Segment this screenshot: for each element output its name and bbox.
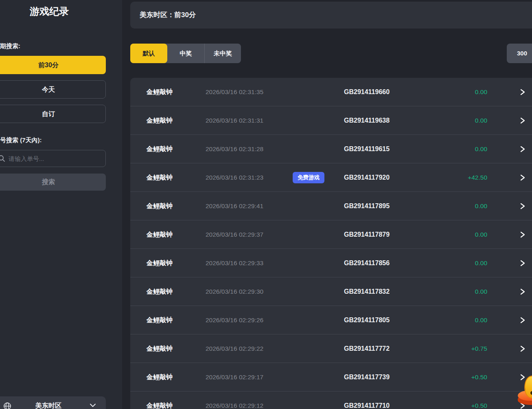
- game-name: 金鲤敲钟: [147, 259, 173, 267]
- record-time: 2026/03/16 02:31:28: [206, 145, 263, 153]
- win-amount: 0.00: [415, 317, 487, 324]
- date-search-label: 期搜索:: [0, 42, 20, 50]
- win-amount: 0.00: [415, 88, 487, 96]
- record-row[interactable]: 金鲤敲钟 2026/03/16 02:29:30 GB2914117832 0.…: [130, 277, 532, 306]
- order-id: GB2914117879: [344, 231, 390, 238]
- record-row[interactable]: 金鲤敲钟 2026/03/16 02:29:12 GB2914117710 +0…: [130, 391, 532, 409]
- game-name: 金鲤敲钟: [147, 287, 173, 296]
- order-search-field: [0, 150, 106, 167]
- game-name: 金鲤敲钟: [147, 145, 173, 153]
- record-time: 2026/03/16 02:29:17: [206, 374, 263, 381]
- record-row[interactable]: 金鲤敲钟 2026/03/16 02:31:23 免费游戏 GB29141179…: [130, 163, 532, 192]
- record-time: 2026/03/16 02:29:12: [206, 402, 263, 409]
- chevron-right-icon[interactable]: [520, 117, 525, 124]
- chevron-right-icon[interactable]: [520, 202, 525, 210]
- order-id: GB2914117832: [344, 288, 390, 295]
- search-button[interactable]: 搜索: [0, 174, 106, 191]
- order-search-label: 号搜索 (7天內):: [0, 136, 42, 144]
- mascot-floating-widget[interactable]: [517, 376, 532, 409]
- tab-no-win[interactable]: 未中奖: [204, 44, 241, 63]
- record-time: 2026/03/16 02:29:22: [206, 345, 263, 352]
- result-filter-tabs: 默认 中奖 未中奖: [130, 44, 241, 63]
- record-time: 2026/03/16 02:29:26: [206, 317, 263, 324]
- record-time: 2026/03/16 02:29:37: [206, 231, 263, 238]
- game-name: 金鲤敲钟: [147, 173, 173, 182]
- record-row[interactable]: 金鲤敲钟 2026/03/16 02:31:31 GB2914119638 0.…: [130, 106, 532, 135]
- record-row[interactable]: 金鲤敲钟 2026/03/16 02:29:37 GB2914117879 0.…: [130, 220, 532, 249]
- record-row[interactable]: 金鲤敲钟 2026/03/16 02:29:22 GB2914117772 +0…: [130, 334, 532, 363]
- win-amount: 0.00: [415, 202, 487, 210]
- win-amount: 0.00: [415, 259, 487, 267]
- chevron-down-icon: [90, 403, 96, 408]
- order-id: GB2914117920: [344, 174, 390, 181]
- order-id: GB2914119660: [344, 88, 390, 96]
- record-time: 2026/03/16 02:31:23: [206, 174, 263, 181]
- tab-default[interactable]: 默认: [130, 44, 167, 63]
- game-name: 金鲤敲钟: [147, 373, 173, 381]
- win-amount: +0.50: [415, 374, 487, 381]
- range-button-custom[interactable]: 自订: [0, 105, 106, 123]
- timezone-selector[interactable]: 美东时区: [0, 396, 106, 409]
- record-time: 2026/03/16 02:29:33: [206, 259, 263, 267]
- win-amount: +0.50: [415, 402, 487, 409]
- timezone-info-bar: 美东时区：前30分: [130, 2, 532, 29]
- timezone-info-text: 美东时区：前30分: [140, 2, 196, 29]
- order-id: GB2914117772: [344, 345, 390, 352]
- order-id: GB2914117856: [344, 259, 390, 267]
- chevron-right-icon[interactable]: [520, 345, 525, 352]
- tab-win[interactable]: 中奖: [167, 44, 204, 63]
- order-id: GB2914117710: [344, 402, 390, 409]
- chevron-right-icon[interactable]: [520, 288, 525, 295]
- range-button-today[interactable]: 今天: [0, 80, 106, 99]
- chevron-right-icon[interactable]: [520, 317, 525, 324]
- record-row[interactable]: 金鲤敲钟 2026/03/16 02:29:41 GB2914117895 0.…: [130, 192, 532, 220]
- page-title: 游戏纪录: [0, 5, 99, 18]
- game-name: 金鲤敲钟: [147, 116, 173, 125]
- win-amount: 0.00: [415, 231, 487, 238]
- record-row[interactable]: 金鲤敲钟 2026/03/16 02:29:33 GB2914117856 0.…: [130, 249, 532, 277]
- win-amount: 0.00: [415, 145, 487, 153]
- game-name: 金鲤敲钟: [147, 202, 173, 210]
- win-amount: 0.00: [415, 288, 487, 295]
- search-icon: [0, 155, 5, 162]
- record-row[interactable]: 金鲤敲钟 2026/03/16 02:31:35 GB2914119660 0.…: [130, 78, 532, 106]
- order-search-input[interactable]: [0, 150, 105, 167]
- game-name: 金鲤敲钟: [147, 316, 173, 324]
- win-amount: 0.00: [415, 117, 487, 124]
- game-name: 金鲤敲钟: [147, 230, 173, 239]
- chevron-right-icon[interactable]: [520, 259, 525, 267]
- order-id: GB2914119615: [344, 145, 390, 153]
- game-name: 金鲤敲钟: [147, 402, 173, 409]
- free-game-badge: 免费游戏: [293, 172, 324, 183]
- order-id: GB2914117895: [344, 202, 390, 210]
- record-time: 2026/03/16 02:31:35: [206, 88, 263, 96]
- record-row[interactable]: 金鲤敲钟 2026/03/16 02:29:17 GB2914117739 +0…: [130, 363, 532, 391]
- chevron-right-icon[interactable]: [520, 145, 525, 153]
- record-time: 2026/03/16 02:29:41: [206, 202, 263, 210]
- records-list: 金鲤敲钟 2026/03/16 02:31:35 GB2914119660 0.…: [130, 78, 532, 409]
- chevron-right-icon[interactable]: [520, 88, 525, 96]
- order-id: GB2914117739: [344, 374, 390, 381]
- record-row[interactable]: 金鲤敲钟 2026/03/16 02:29:26 GB2914117805 0.…: [130, 306, 532, 334]
- sidebar: 游戏纪录 期搜索: 前30分 今天 自订 号搜索 (7天內): 搜索 美东时区: [0, 0, 122, 409]
- win-amount: +42.50: [415, 174, 487, 181]
- chevron-right-icon[interactable]: [520, 174, 525, 181]
- record-time: 2026/03/16 02:29:30: [206, 288, 263, 295]
- page-size-button[interactable]: 300: [507, 44, 532, 63]
- order-id: GB2914119638: [344, 117, 390, 124]
- mascot-dot: [530, 391, 532, 395]
- record-row[interactable]: 金鲤敲钟 2026/03/16 02:31:28 GB2914119615 0.…: [130, 135, 532, 163]
- win-amount: +0.75: [415, 345, 487, 352]
- record-time: 2026/03/16 02:31:31: [206, 117, 263, 124]
- order-id: GB2914117805: [344, 317, 390, 324]
- game-name: 金鲤敲钟: [147, 88, 173, 96]
- range-button-last30min[interactable]: 前30分: [0, 56, 106, 74]
- game-name: 金鲤敲钟: [147, 344, 173, 353]
- chevron-right-icon[interactable]: [520, 231, 525, 238]
